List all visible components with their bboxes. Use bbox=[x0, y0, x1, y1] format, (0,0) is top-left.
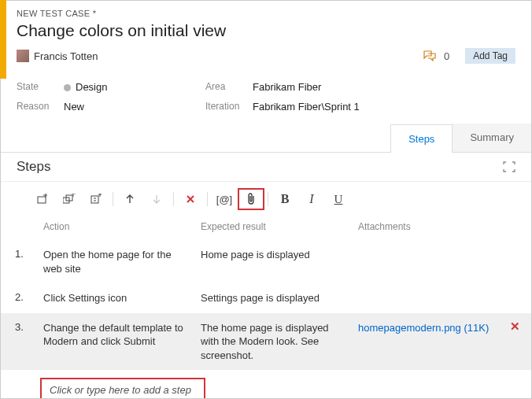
area-value[interactable]: Fabrikam Fiber bbox=[253, 81, 426, 93]
tab-steps[interactable]: Steps bbox=[390, 124, 452, 153]
iteration-value[interactable]: Fabrikam Fiber\Sprint 1 bbox=[253, 101, 426, 113]
create-shared-steps-icon[interactable] bbox=[83, 188, 109, 210]
col-attachments: Attachments bbox=[353, 218, 503, 235]
fields-grid: State Design Area Fabrikam Fiber Reason … bbox=[1, 68, 531, 113]
step-action[interactable]: Change the default template to Modern an… bbox=[39, 320, 196, 350]
bold-icon[interactable]: B bbox=[272, 188, 298, 210]
step-expected[interactable]: The home page is displayed with the Mode… bbox=[196, 320, 353, 364]
underline-icon[interactable]: U bbox=[325, 188, 352, 210]
state-value[interactable]: Design bbox=[64, 81, 205, 93]
state-dot-icon bbox=[64, 84, 71, 91]
reason-value[interactable]: New bbox=[64, 101, 205, 113]
step-number: 3. bbox=[15, 320, 39, 333]
col-action: Action bbox=[39, 218, 196, 235]
section-header: Steps bbox=[1, 153, 531, 182]
fullscreen-icon[interactable] bbox=[503, 161, 515, 172]
step-row[interactable]: 2. Click Settings icon Settings page is … bbox=[1, 283, 531, 313]
insert-parameter-icon[interactable]: [@] bbox=[211, 188, 238, 210]
avatar[interactable] bbox=[17, 50, 29, 62]
add-tag-button[interactable]: Add Tag bbox=[465, 48, 515, 64]
reason-label: Reason bbox=[17, 101, 64, 113]
iteration-label: Iteration bbox=[205, 101, 253, 113]
step-row[interactable]: 3. Change the default template to Modern… bbox=[1, 313, 531, 371]
step-attachment bbox=[353, 290, 503, 293]
step-attachment-link[interactable]: homepagemodern.png (11K) bbox=[353, 320, 503, 337]
section-title: Steps bbox=[17, 159, 503, 175]
svg-rect-0 bbox=[38, 197, 46, 203]
discussion-icon[interactable] bbox=[423, 50, 436, 61]
assignee-name[interactable]: Francis Totten bbox=[34, 50, 98, 62]
add-attachment-icon[interactable] bbox=[238, 188, 264, 210]
step-action[interactable]: Open the home page for the web site bbox=[39, 246, 196, 277]
toolbar-separator bbox=[268, 192, 268, 206]
state-label: State bbox=[17, 81, 64, 93]
toolbar-separator bbox=[207, 192, 208, 206]
steps-toolbar: [@] B I U bbox=[1, 182, 531, 218]
remove-attachment-icon[interactable]: ✕ bbox=[503, 320, 526, 334]
step-row[interactable]: 1. Open the home page for the web site H… bbox=[1, 240, 531, 283]
step-number: 2. bbox=[15, 290, 39, 303]
delete-step-icon[interactable] bbox=[177, 188, 204, 210]
column-headers: Action Expected result Attachments bbox=[1, 218, 531, 240]
tabs: Steps Summary bbox=[1, 124, 531, 153]
move-down-icon bbox=[143, 188, 170, 210]
step-attachment bbox=[353, 246, 503, 249]
toolbar-separator bbox=[113, 192, 113, 206]
svg-rect-3 bbox=[91, 196, 98, 203]
step-number: 1. bbox=[15, 246, 39, 260]
discussion-count: 0 bbox=[444, 50, 449, 62]
header: NEW TEST CASE * Change colors on initial… bbox=[1, 1, 531, 68]
add-step-input[interactable]: Click or type here to add a step bbox=[40, 378, 205, 399]
toolbar-separator bbox=[173, 192, 174, 206]
breadcrumb: NEW TEST CASE * bbox=[17, 9, 515, 18]
tab-summary[interactable]: Summary bbox=[452, 124, 531, 152]
step-expected[interactable]: Settings page is displayed bbox=[196, 290, 353, 307]
area-label: Area bbox=[205, 81, 253, 93]
move-up-icon[interactable] bbox=[116, 188, 143, 210]
insert-step-icon[interactable] bbox=[29, 188, 56, 210]
col-expected: Expected result bbox=[196, 218, 353, 235]
page-title: Change colors on initial view bbox=[17, 21, 515, 40]
insert-shared-step-icon[interactable] bbox=[56, 188, 83, 210]
step-expected[interactable]: Home page is displayed bbox=[196, 246, 353, 264]
italic-icon[interactable]: I bbox=[298, 188, 325, 210]
step-action[interactable]: Click Settings icon bbox=[39, 290, 196, 307]
